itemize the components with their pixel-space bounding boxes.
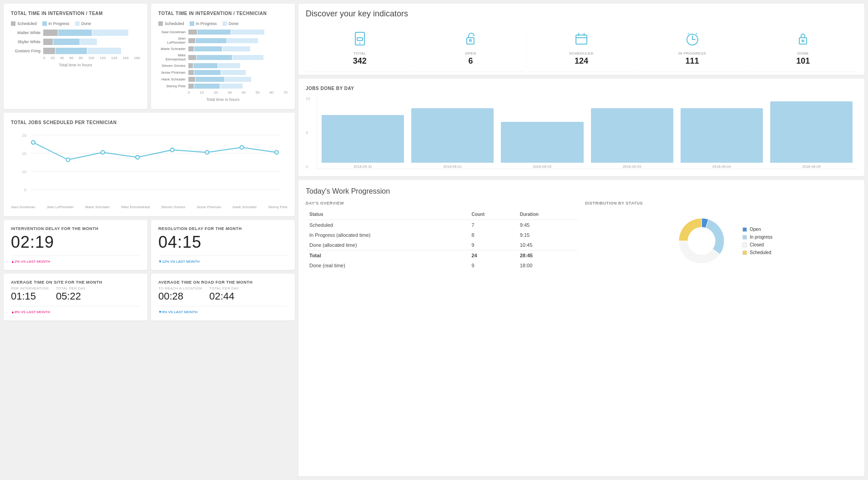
avg-road-total: TOTAL PER DAY 02:44 bbox=[209, 286, 239, 302]
bar-inprogress bbox=[58, 30, 92, 36]
team-label: Gustavo Fring bbox=[11, 49, 40, 53]
jobs-done-chart: JOBS DONE BY DAY 10 5 0 2018-05-31 2018-… bbox=[298, 79, 864, 176]
kpi-card-total: TOTAL 342 bbox=[306, 24, 414, 71]
status-table-row: Total 24 28:45 bbox=[306, 250, 578, 261]
chart1-legend: Scheduled In Progress Done bbox=[11, 21, 140, 26]
chart1-x-label: Total time in hours bbox=[11, 63, 140, 67]
days-overview-section: DAY'S OVERVIEW Status Count Duration Sch… bbox=[306, 201, 578, 273]
tech-label: Skinny Pete bbox=[158, 84, 186, 88]
bar-inprogress bbox=[56, 48, 87, 54]
team-bar-row: Skyler White bbox=[11, 39, 140, 45]
kpi-card-done: DONE 101 bbox=[749, 24, 857, 71]
kpi-label: TOTAL bbox=[309, 51, 410, 55]
bar-scheduled bbox=[43, 48, 55, 54]
x-tick: 120 bbox=[100, 56, 106, 60]
status-table-row: Scheduled 7 9:45 bbox=[306, 220, 578, 230]
tech-bar-row: Jean LePlombier bbox=[158, 36, 288, 45]
tech-x-tick: 10 bbox=[200, 90, 204, 95]
tech-x-tick: 70 bbox=[283, 90, 288, 95]
tech-bar-inprogress bbox=[196, 38, 227, 43]
line-chart-dot bbox=[101, 150, 105, 154]
tech-bar-done bbox=[221, 70, 245, 75]
metrics-row-2: AVERAGE TIME ON SITE FOR THE MONTH PER I… bbox=[4, 274, 295, 320]
tech-bar-row: Steven Gomez bbox=[158, 63, 288, 68]
col-status: Status bbox=[306, 209, 468, 220]
kpi-icon-calendar bbox=[531, 30, 632, 48]
tech-bar-wrap bbox=[188, 38, 288, 43]
team-bar-wrap bbox=[43, 48, 140, 54]
team-label: Skyler White bbox=[11, 40, 40, 44]
duration-cell: 9:15 bbox=[516, 230, 578, 240]
tech-bar-inprogress bbox=[197, 30, 231, 35]
avg-road-change: ▼6% VS LAST MONTH bbox=[158, 310, 288, 314]
tech-bar-inprogress bbox=[194, 70, 221, 75]
tech-legend-label-scheduled: Scheduled bbox=[165, 21, 184, 26]
status-cell: Done (allocated time) bbox=[306, 240, 468, 250]
kpi-card-in-progress: IN PROGRESS 111 bbox=[638, 24, 747, 71]
x-tick: 0 bbox=[43, 56, 45, 60]
status-cell: Total bbox=[306, 250, 468, 261]
tech-bar-scheduled bbox=[188, 70, 194, 75]
tech-bar-wrap bbox=[188, 46, 288, 51]
tech-bar-inprogress bbox=[194, 84, 220, 89]
count-cell: 9 bbox=[468, 240, 516, 250]
bar-done bbox=[92, 30, 128, 36]
tech-legend-dot-inprogress bbox=[190, 21, 194, 26]
jobs-bar bbox=[770, 101, 853, 163]
jobs-bar bbox=[681, 108, 763, 163]
avg-road-title: AVERAGE TIME ON ROAD FOR THE MONTH bbox=[158, 280, 288, 285]
tech-bar-wrap bbox=[188, 70, 288, 75]
jobs-bar bbox=[322, 115, 404, 163]
line-chart-dot bbox=[171, 148, 174, 152]
jobs-x-label: 2018-06-03 bbox=[623, 165, 641, 169]
chart1-title: TOTAL TIME IN INTERVENTION / TEAM bbox=[11, 11, 140, 16]
avg-onsite-total-per-day: TOTAL PER DAY 05:22 bbox=[56, 286, 86, 302]
avg-onsite-per-intervention: PER INTERVENTION 01:15 bbox=[11, 286, 49, 302]
work-prog-grid: DAY'S OVERVIEW Status Count Duration Sch… bbox=[306, 201, 857, 273]
donut-legend-color bbox=[742, 227, 747, 232]
tech-bar-done bbox=[227, 38, 258, 43]
tech-bar-inprogress bbox=[197, 55, 232, 60]
status-table: Status Count Duration Scheduled 7 9:45 I… bbox=[306, 209, 578, 270]
avg-road-sub2-label: TOTAL PER DAY bbox=[209, 286, 239, 290]
overview-label: DAY'S OVERVIEW bbox=[306, 201, 578, 205]
svg-text:10: 10 bbox=[22, 170, 26, 174]
jobs-bar-col: 2018-05-31 bbox=[322, 115, 404, 169]
tech-chart-label: Steven Gomez bbox=[161, 205, 185, 209]
tech-bar-done bbox=[232, 55, 263, 60]
avg-onsite-title: AVERAGE TIME ON SITE FOR THE MONTH bbox=[11, 280, 140, 285]
avg-onsite-sub2-label: TOTAL PER DAY bbox=[56, 286, 86, 290]
line-chart-dot bbox=[66, 158, 70, 162]
donut-chart-svg bbox=[670, 209, 733, 273]
avg-onsite-sub2-value: 05:22 bbox=[56, 290, 86, 302]
legend-scheduled: Scheduled bbox=[11, 21, 37, 26]
status-cell: Done (real time) bbox=[306, 260, 468, 270]
jobs-bar-col: 2018-06-04 bbox=[681, 108, 763, 169]
resolution-delay-change: ▼12% VS LAST MONTH bbox=[158, 260, 288, 264]
y-tick-10: 10 bbox=[306, 96, 310, 101]
jobs-bar-col: 2018-06-01 bbox=[411, 108, 494, 169]
tech-x-tick: 60 bbox=[269, 90, 273, 95]
jobs-y-axis: 10 5 0 bbox=[306, 96, 310, 169]
tech-bar-scheduled bbox=[188, 38, 195, 43]
tech-legend-label-done: Done bbox=[229, 21, 239, 26]
tech-legend-inprogress: In Progress bbox=[190, 21, 217, 26]
work-progression-card: Today's Work Progression DAY'S OVERVIEW … bbox=[298, 180, 864, 476]
team-x-axis: 020406080100120140160180 bbox=[11, 56, 140, 60]
tech-legend-dot-done bbox=[222, 21, 227, 26]
duration-cell: 28:45 bbox=[516, 250, 578, 261]
jobs-x-label: 2018-06-05 bbox=[802, 165, 821, 169]
tech-bar-wrap bbox=[188, 77, 288, 82]
tech-bar-done bbox=[218, 63, 240, 68]
donut-legend-color bbox=[742, 243, 747, 247]
tech-x-tick: 40 bbox=[242, 90, 246, 95]
jobs-chart-wrapper: 10 5 0 2018-05-31 2018-06-01 2018-06-02 … bbox=[306, 96, 857, 169]
kpi-icon-clock bbox=[642, 30, 743, 48]
kpi-label: DONE bbox=[752, 51, 853, 55]
donut-segment bbox=[679, 218, 701, 241]
duration-cell: 9:45 bbox=[516, 220, 578, 230]
tech-bar-scheduled bbox=[188, 30, 197, 35]
chart3-title: TOTAL JOBS SCHEDULED PER TECHNICIAN bbox=[11, 120, 288, 125]
tech-label: Hank Schrader bbox=[158, 77, 186, 81]
team-bar-row: Walter White bbox=[11, 30, 140, 36]
